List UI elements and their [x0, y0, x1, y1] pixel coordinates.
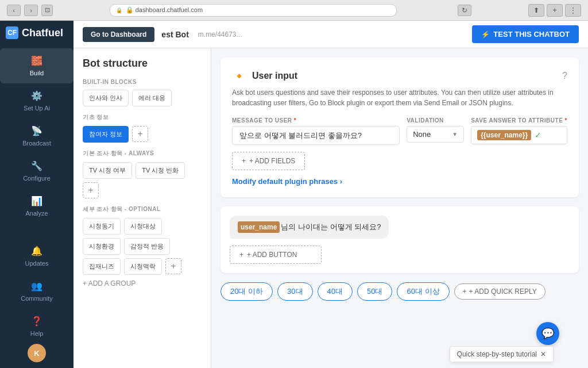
plus-qr-icon: + — [463, 288, 467, 296]
help-question-icon[interactable]: ? — [562, 71, 567, 81]
message-input[interactable] — [232, 126, 400, 145]
build-icon: 🧱 — [31, 55, 42, 66]
app-container: CF Chatfuel 🧱 Build ⚙️ Set Up Ai 📡 Broad… — [0, 21, 588, 368]
add-fields-button[interactable]: + + ADD FIELDS — [232, 152, 305, 170]
block-btn-tv-freq[interactable]: TV 시청 빈화 — [136, 162, 185, 179]
add-quick-reply-button[interactable]: + + ADD QUICK REPLY — [454, 283, 546, 300]
test-chatbot-button[interactable]: TEST THIS CHATBOT — [472, 25, 579, 43]
survey-optional-label: 세부 조사 항목 - OPTIONAL — [83, 205, 202, 213]
sidebar-item-analyze-label: Analyze — [25, 210, 48, 217]
forward-button[interactable]: › — [24, 5, 38, 16]
add-group-button[interactable]: + ADD A GROUP — [83, 279, 136, 288]
block-btn-env[interactable]: 시청환경 — [83, 238, 121, 255]
quick-step-tooltip[interactable]: Quick step-by-step tutorial ✕ — [450, 346, 554, 362]
sidebar-logo-text: Chatfuel — [22, 27, 63, 39]
sidebar-toggle-button[interactable]: ⋮ — [565, 4, 581, 17]
survey-always-label: 기본 조사 항목 - ALWAYS — [83, 150, 202, 158]
refresh-button[interactable]: ↻ — [458, 5, 471, 16]
form-row-fields: MESSAGE TO USER * VALIDATION None ▼ — [232, 117, 567, 145]
modify-plugin-phrases-link[interactable]: Modify default plugin phrases › — [232, 177, 567, 186]
browser-action-buttons: ⬆ + ⋮ — [528, 4, 581, 17]
panel-title: Bot structure — [83, 57, 202, 70]
attribute-badge: {{user_name}} — [477, 130, 531, 140]
sidebar-item-analyze[interactable]: 📊 Analyze — [0, 189, 74, 224]
add-basic-block-btn[interactable]: + — [132, 126, 148, 142]
built-in-blocks-grid: 인사와 인사 에러 대응 — [83, 90, 202, 106]
block-btn-greet[interactable]: 인사와 인사 — [83, 90, 129, 106]
sidebar-item-build-label: Build — [30, 70, 44, 76]
sidebar-item-updates[interactable]: 🔔 Updates — [0, 239, 74, 274]
sidebar-item-help[interactable]: ❓ Help — [0, 309, 74, 344]
chat-attr-badge: user_name — [238, 221, 280, 233]
block-btn-participant-info[interactable]: 참여자 정보 — [83, 126, 129, 143]
share-button[interactable]: ⬆ — [528, 4, 544, 17]
quick-reply-chip-4[interactable]: 60대 이상 — [397, 282, 449, 301]
quick-reply-chip-3[interactable]: 50대 — [357, 282, 392, 301]
chat-fab-button[interactable]: 💬 — [536, 322, 559, 345]
sidebar-item-configure[interactable]: 🔧 Configure — [0, 154, 74, 189]
add-fields-label: + ADD FIELDS — [249, 157, 295, 165]
basic-info-label: 기초 정보 — [83, 113, 202, 121]
validation-label: VALIDATION — [407, 117, 464, 124]
message-label: MESSAGE TO USER * — [232, 117, 400, 124]
updates-icon: 🔔 — [31, 246, 42, 256]
sidebar-item-build[interactable]: 🧱 Build — [0, 48, 74, 83]
quick-reply-chip-1[interactable]: 30대 — [277, 282, 312, 301]
new-tab-button[interactable]: + — [547, 4, 563, 17]
quick-reply-chip-2[interactable]: 40대 — [318, 282, 353, 301]
block-btn-target[interactable]: 시청대상 — [124, 218, 162, 235]
user-input-icon: 🔸 — [232, 69, 246, 83]
sidebar: CF Chatfuel 🧱 Build ⚙️ Set Up Ai 📡 Broad… — [0, 21, 74, 368]
survey-optional-grid: 시청동기 시청대상 시청환경 감정적 반응 집재니즈 시청맥락 + — [83, 218, 202, 275]
quick-reply-chip-0[interactable]: 20대 이하 — [220, 282, 273, 301]
user-input-card: 🔸 User input ? Ask bot users questions a… — [220, 57, 579, 197]
back-button[interactable]: ‹ — [7, 5, 21, 16]
url-text: 🔒 dashboard.chatfuel.com — [126, 6, 203, 14]
close-tooltip-icon[interactable]: ✕ — [540, 350, 546, 358]
add-button-button[interactable]: + + ADD BUTTON — [230, 246, 322, 264]
sidebar-bottom: 🔔 Updates 👥 Community ❓ Help K — [0, 239, 74, 368]
sidebar-item-setup-ai-label: Set Up Ai — [24, 105, 50, 112]
analyze-icon: 📊 — [31, 195, 42, 206]
broadcast-icon: 📡 — [31, 125, 42, 136]
header: Go to Dashboard est Bot m.me/44673... TE… — [74, 21, 588, 48]
sidebar-item-updates-label: Updates — [25, 260, 49, 267]
block-btn-tv-watch[interactable]: TV 시청 여부 — [83, 162, 132, 179]
sidebar-item-setup-ai[interactable]: ⚙️ Set Up Ai — [0, 83, 74, 118]
required-star: * — [294, 117, 296, 124]
add-always-block-btn[interactable]: + — [83, 182, 99, 198]
user-avatar[interactable]: K — [28, 344, 46, 362]
sidebar-item-help-label: Help — [30, 330, 44, 337]
sidebar-item-community-label: Community — [21, 295, 53, 302]
plus-btn-icon: + — [239, 251, 243, 259]
check-icon: ✓ — [535, 131, 541, 140]
basic-info-blocks-grid: 참여자 정보 + — [83, 126, 202, 143]
browser-nav-controls: ‹ › ⊡ — [7, 5, 53, 16]
block-btn-motivation[interactable]: 시청동기 — [83, 218, 121, 235]
attribute-wrap: {{user_name}} ✓ — [471, 126, 567, 144]
validation-col: VALIDATION None ▼ — [407, 117, 464, 143]
community-icon: 👥 — [31, 281, 42, 292]
window-tile-button[interactable]: ⊡ — [41, 5, 53, 16]
user-input-card-header: 🔸 User input ? — [232, 69, 567, 83]
address-bar[interactable]: 🔒 🔒 dashboard.chatfuel.com — [110, 4, 397, 17]
sidebar-item-configure-label: Configure — [23, 175, 51, 182]
chat-bubble: user_name 님의 나이대는 어떻게 되세요? — [230, 216, 389, 239]
sidebar-item-broadcast[interactable]: 📡 Broadcast — [0, 118, 74, 154]
bot-structure-panel: Bot structure BUILT-IN BLOCKS 인사와 인사 에러 … — [74, 48, 211, 368]
save-answer-col: SAVE ANSWER TO ATTRIBUTE * {{user_name}}… — [471, 117, 567, 144]
chevron-down-icon: ▼ — [452, 131, 458, 137]
chat-bubble-card: user_name 님의 나이대는 어떻게 되세요? + + ADD BUTTO… — [220, 206, 579, 273]
block-btn-context[interactable]: 시청맥락 — [124, 258, 162, 275]
browser-chrome: ‹ › ⊡ 🔒 🔒 dashboard.chatfuel.com ↻ ⬆ + ⋮ — [0, 0, 588, 21]
add-optional-block-btn[interactable]: + — [165, 258, 181, 274]
validation-select[interactable]: None ▼ — [407, 126, 464, 143]
goto-dashboard-button[interactable]: Go to Dashboard — [83, 27, 154, 42]
main-panel: 🔸 User input ? Ask bot users questions a… — [211, 48, 588, 368]
sidebar-item-community[interactable]: 👥 Community — [0, 274, 74, 309]
quick-step-text: Quick step-by-step tutorial — [457, 350, 537, 358]
block-btn-error[interactable]: 에러 대응 — [132, 90, 172, 106]
sidebar-logo: CF Chatfuel — [0, 26, 74, 39]
block-btn-emotion[interactable]: 감정적 반응 — [124, 238, 170, 255]
block-btn-genre[interactable]: 집재니즈 — [83, 258, 121, 275]
